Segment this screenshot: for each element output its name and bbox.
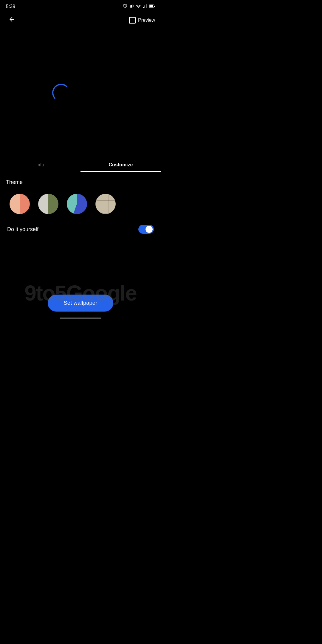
toggle-knob [145,226,153,233]
top-nav: Preview [0,12,161,29]
tab-customize[interactable]: Customize [80,157,161,172]
status-time: 5:39 [6,4,15,9]
theme-circle-coral[interactable] [10,194,30,214]
theme-circle-grid[interactable] [95,194,116,214]
alarm-icon [123,4,128,10]
theme-circle-olive[interactable] [38,194,58,214]
grid-pattern [95,194,116,214]
svg-rect-1 [149,5,153,7]
set-wallpaper-button[interactable]: Set wallpaper [48,295,113,312]
status-icons [123,4,155,10]
loading-spinner [52,84,70,102]
mute-icon [129,4,134,10]
battery-icon [149,4,155,9]
content-area: Theme Do it yourself [0,172,161,239]
tabs-container: Info Customize [0,157,161,172]
diy-row: Do it yourself [6,225,155,234]
theme-label: Theme [6,179,155,185]
preview-icon [129,17,136,24]
status-bar: 5:39 [0,0,161,12]
theme-circles [6,194,155,214]
diy-toggle[interactable] [138,225,154,234]
diy-label: Do it yourself [7,226,38,233]
wifi-icon [136,4,141,10]
preview-label: Preview [138,18,155,23]
signal-icon [143,4,147,10]
wallpaper-preview-area [0,29,161,157]
home-indicator [60,318,101,319]
back-button[interactable] [6,13,18,27]
preview-button[interactable]: Preview [129,17,155,24]
theme-circle-blue[interactable] [67,194,87,214]
tab-info[interactable]: Info [0,157,80,172]
svg-rect-2 [154,5,155,7]
bottom-container: Set wallpaper [0,295,161,322]
